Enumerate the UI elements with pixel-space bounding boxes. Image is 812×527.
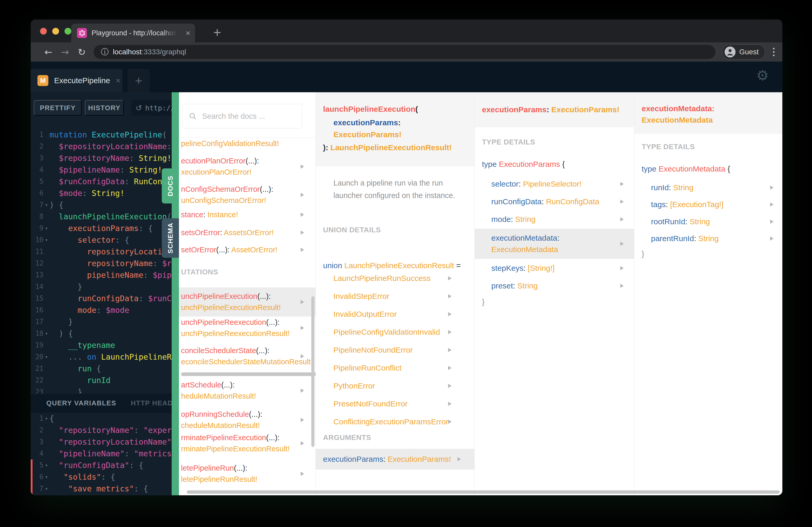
editor-line[interactable]: 3 $repositoryName: String! <box>31 152 172 164</box>
union-member-item[interactable]: PipelineNotFoundError <box>316 341 474 359</box>
reload-schema-icon[interactable]: ↺ <box>135 103 142 112</box>
schema-tab[interactable]: SCHEMA <box>162 218 179 258</box>
editor-line[interactable]: 2 "repositoryName": "exper <box>31 424 172 436</box>
union-member-item[interactable]: InvalidOutputError <box>316 305 474 323</box>
editor-line[interactable]: 17 } <box>31 316 172 328</box>
docs-field-item[interactable]: setOrError(...): AssetOrError! <box>179 244 316 255</box>
editor-line[interactable]: 12 repositoryName: $repositoryName <box>31 257 172 269</box>
editor-line[interactable]: 5 $runConfigData: RunConfigData! <box>31 176 172 187</box>
forward-icon[interactable]: → <box>57 47 73 57</box>
docs-field-item[interactable]: stance: Instance! <box>179 209 316 220</box>
editor-line[interactable]: 10▾ selector: { <box>31 234 172 246</box>
editor-line[interactable]: 20▾ ... on LaunchPipelineRunSuccess { <box>31 351 172 363</box>
docs-tab[interactable]: DOCS <box>162 168 179 204</box>
playground-tab-executepipeline[interactable]: M ExecutePipeline × <box>31 69 122 92</box>
fold-arrow-icon[interactable]: ▾ <box>43 351 49 363</box>
editor-line[interactable]: 11 repositoryLocationName: $repositoryLo… <box>31 246 172 257</box>
editor-line[interactable]: 5▾ "runConfigData": { <box>31 460 172 471</box>
browser-tab[interactable]: Playground - http://localhost:3 × <box>71 24 195 42</box>
editor-line[interactable]: 18▾ ) { <box>31 328 172 340</box>
type-field-item[interactable]: tags: [ExecutionTag!] <box>651 199 782 210</box>
editor-line[interactable]: 6 $mode: String! <box>31 187 172 199</box>
prettify-button[interactable]: PRETTIFY <box>34 100 82 116</box>
docs-search-input[interactable]: Search the docs ... <box>182 104 302 129</box>
editor-line[interactable]: 19 __typename <box>31 340 172 351</box>
docs-vertical-scrollbar[interactable] <box>311 296 315 447</box>
query-editor[interactable]: 1mutation ExecutePipeline(2 $repositoryL… <box>31 129 172 394</box>
editor-line[interactable]: 8 launchPipelineExecution( <box>31 211 172 223</box>
docs-field-item[interactable]: nConfigSchemaOrError(...):unConfigSchema… <box>179 184 316 206</box>
site-info-icon[interactable]: ⓘ <box>101 47 109 57</box>
settings-gear-icon[interactable]: ⚙ <box>756 67 769 84</box>
tab-http-headers[interactable]: HTTP HEADERS <box>131 399 172 407</box>
fold-arrow-icon[interactable]: ▾ <box>43 234 49 246</box>
tab-query-variables[interactable]: QUERY VARIABLES <box>46 399 116 407</box>
editor-line[interactable]: 13 pipelineName: $pipelineName <box>31 269 172 281</box>
argument-row-selected[interactable]: executionParams: ExecutionParams! <box>316 449 474 470</box>
fold-arrow-icon[interactable]: ▾ <box>43 471 49 483</box>
new-tab-button[interactable]: + <box>213 25 221 40</box>
docs-field-item[interactable]: letePipelineRun(...):letePipelineRunResu… <box>179 463 316 485</box>
docs-field-item[interactable]: setsOrError: AssetsOrError! <box>179 227 316 238</box>
docs-field-item[interactable]: concileSchedulerState(...):econcileSched… <box>179 345 316 367</box>
type-field-item[interactable]: rootRunId: String <box>651 216 782 227</box>
fold-arrow-icon[interactable]: ▾ <box>43 483 49 495</box>
union-member-item[interactable]: LaunchPipelineRunSuccess <box>316 269 474 287</box>
list-horizontal-scrollbar[interactable] <box>181 372 316 376</box>
back-icon[interactable]: ← <box>40 47 57 57</box>
type-field-item[interactable]: mode: String <box>491 214 634 225</box>
editor-line[interactable]: 6▾ "solids": { <box>31 471 172 483</box>
type-field-item[interactable]: selector: PipelineSelector! <box>491 179 634 190</box>
editor-line[interactable]: 9▾ executionParams: { <box>31 223 172 234</box>
union-member-item[interactable]: ConflictingExecutionParamsError <box>316 413 474 431</box>
docs-field-item[interactable]: unchPipelineExecution(...):unchPipelineE… <box>179 287 316 317</box>
editor-line[interactable]: 14 } <box>31 281 172 292</box>
type-field-item-selected[interactable]: executionMetadata:ExecutionMetadata <box>475 229 634 259</box>
fold-arrow-icon[interactable]: ▾ <box>43 223 49 234</box>
editor-line[interactable]: 4 $pipelineName: String! <box>31 164 172 176</box>
docs-horizontal-scrollbar[interactable] <box>187 491 780 494</box>
editor-line[interactable]: 21 run { <box>31 363 172 375</box>
fold-arrow-icon[interactable]: ▾ <box>43 199 49 211</box>
type-field-item[interactable]: runConfigData: RunConfigData <box>491 196 634 207</box>
union-member-item[interactable]: InvalidStepError <box>316 287 474 305</box>
editor-line[interactable]: 1▾{ <box>31 413 172 424</box>
window-close-button[interactable] <box>40 28 47 34</box>
docs-field-item[interactable]: ecutionPlanOrError(...):xecutionPlanOrEr… <box>179 155 316 178</box>
editor-line[interactable]: 3 "repositoryLocationName": <box>31 436 172 448</box>
window-minimize-button[interactable] <box>52 28 59 34</box>
editor-line[interactable]: 23 } <box>31 386 172 394</box>
editor-line[interactable]: 2 $repositoryLocationName: String! <box>31 140 172 152</box>
union-member-item[interactable]: PythonError <box>316 377 474 395</box>
docs-field-item[interactable]: artSchedule(...):heduleMutationResult! <box>179 379 316 402</box>
browser-menu-icon[interactable] <box>773 48 774 56</box>
refresh-icon[interactable]: ↻ <box>73 47 90 57</box>
profile-button[interactable]: Guest <box>722 44 765 60</box>
union-member-item[interactable]: PipelineConfigValidationInvalid <box>316 323 474 341</box>
docs-field-item[interactable]: rminatePipelineExecution(...):rminatePip… <box>179 432 316 454</box>
docs-field-item[interactable]: unchPipelineReexecution(...):unchPipelin… <box>179 317 316 339</box>
editor-line[interactable]: 7▾) { <box>31 199 172 211</box>
docs-field-item[interactable]: opRunningSchedule(...):cheduleMutationRe… <box>179 409 316 431</box>
playground-tab-close-icon[interactable]: × <box>116 76 120 85</box>
address-bar[interactable]: ⓘ localhost:3333/graphql <box>93 45 715 59</box>
fold-arrow-icon[interactable]: ▾ <box>43 413 49 424</box>
type-field-item[interactable]: runId: String <box>651 182 782 193</box>
editor-line[interactable]: 4 "pipelineName": "metrics <box>31 448 172 460</box>
type-field-item[interactable]: preset: String <box>491 281 634 291</box>
query-variables-editor[interactable]: 1▾{2 "repositoryName": "exper3 "reposito… <box>31 413 172 495</box>
fold-arrow-icon[interactable]: ▾ <box>43 460 49 471</box>
type-field-item[interactable]: parentRunId: String <box>651 233 782 244</box>
editor-line[interactable]: 7▾ "save metrics": { <box>31 483 172 495</box>
editor-line[interactable]: 1mutation ExecutePipeline( <box>31 129 172 140</box>
union-member-item[interactable]: PipelineRunConflict <box>316 359 474 377</box>
fold-arrow-icon[interactable]: ▾ <box>43 328 49 340</box>
tab-close-icon[interactable]: × <box>186 29 190 37</box>
type-field-item[interactable]: stepKeys: [String!] <box>491 263 634 274</box>
union-member-item[interactable]: PresetNotFoundError <box>316 395 474 413</box>
endpoint-input[interactable]: ↺ http://loc <box>131 100 172 116</box>
editor-line[interactable]: 15 runConfigData: $runConfigData <box>31 292 172 304</box>
history-button[interactable]: HISTORY <box>85 100 124 116</box>
playground-new-tab-button[interactable]: + <box>128 69 150 92</box>
editor-line[interactable]: 22 runId <box>31 375 172 386</box>
